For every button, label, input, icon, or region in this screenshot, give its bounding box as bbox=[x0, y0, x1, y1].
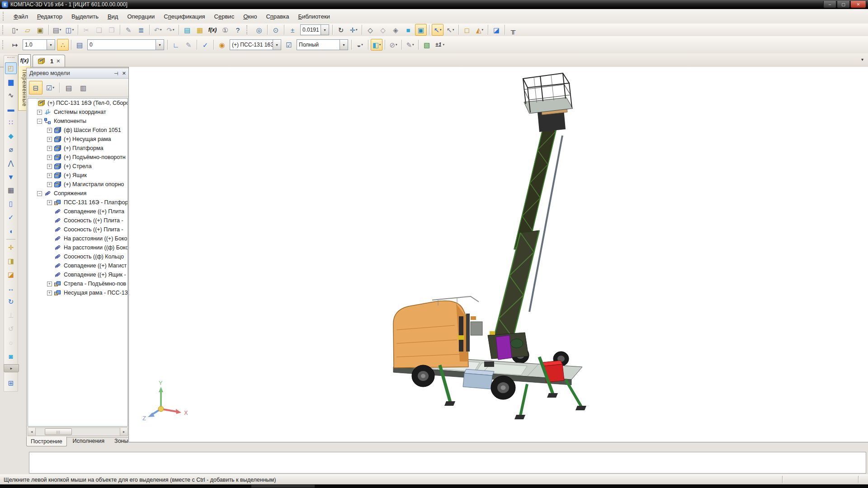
dropdown-arrow-icon[interactable]: ▾ bbox=[453, 28, 454, 32]
tree-item[interactable]: +На расстоянии ((ф) Боко bbox=[28, 243, 127, 252]
dropdown-arrow-icon[interactable]: ▼ bbox=[156, 40, 164, 50]
library-manager-button[interactable]: ▦ bbox=[194, 24, 206, 36]
documentation-button[interactable]: ▯ bbox=[5, 198, 17, 210]
toolbar-expand-button[interactable]: ▸ bbox=[4, 364, 19, 372]
quick-lines-button[interactable]: ✎▾ bbox=[404, 39, 416, 51]
edit-part-button[interactable]: ◰ bbox=[5, 62, 17, 74]
orientation-check-button[interactable]: ✓ bbox=[199, 39, 211, 51]
tree-item[interactable]: −Сопряжения bbox=[28, 189, 127, 198]
array-copies-button[interactable]: ∷ bbox=[5, 117, 17, 128]
tree-structure-view-button[interactable]: ⊟ bbox=[29, 81, 42, 94]
move-component-button[interactable]: ↔ bbox=[5, 282, 17, 294]
sketch-edit-button[interactable]: ✎ bbox=[183, 39, 194, 51]
tree-item[interactable]: +(+) Стрела bbox=[28, 162, 127, 171]
tree-item[interactable]: +Соосность ((+) Плита - bbox=[28, 216, 127, 225]
scroll-right-arrow[interactable]: ▸ bbox=[120, 428, 127, 436]
tree-item[interactable]: +Соосность ((ф) Кольцо bbox=[28, 252, 127, 261]
tree-expander-plus[interactable]: + bbox=[47, 200, 52, 205]
snap-step-button[interactable]: ↦ bbox=[9, 39, 21, 51]
section-display-button[interactable]: ◭▾ bbox=[474, 24, 486, 36]
simplified-display-button[interactable]: ◪ bbox=[491, 24, 502, 36]
tree-item[interactable]: +Совпадение ((+) Магист bbox=[28, 261, 127, 270]
tree-item[interactable]: +На расстоянии ((+) Боко bbox=[28, 234, 127, 243]
variables-window-button[interactable]: ▤ bbox=[181, 24, 193, 36]
dropdown-arrow-icon[interactable]: ▾ bbox=[440, 28, 442, 32]
save-document-button[interactable]: ▣ bbox=[34, 24, 46, 36]
shaded-button[interactable]: ■ bbox=[402, 24, 414, 36]
print-preview-button[interactable]: ◫▾ bbox=[64, 24, 75, 36]
tree-expander-minus[interactable]: − bbox=[37, 119, 42, 124]
tree-item[interactable]: +(ф) Шасси Foton 1051 bbox=[28, 126, 127, 135]
mates-button[interactable]: ⌀ bbox=[5, 144, 17, 155]
specification-button[interactable]: ≣ bbox=[135, 24, 147, 36]
part-library-button[interactable]: ◖ bbox=[5, 225, 17, 237]
tree-expander-plus[interactable]: + bbox=[47, 155, 52, 160]
scroll-left-arrow[interactable]: ◂ bbox=[28, 428, 36, 436]
menu-8[interactable]: Окно bbox=[239, 11, 261, 22]
tree-item[interactable]: +Совпадение ((+) Ящик - bbox=[28, 270, 127, 279]
pan-button[interactable]: ✛▾ bbox=[348, 24, 359, 36]
free-rotate-component-button[interactable]: ↺ bbox=[5, 323, 17, 335]
fix-component-button[interactable]: ⊥ bbox=[5, 310, 17, 321]
new-document-button[interactable]: ▯▾ bbox=[9, 24, 21, 36]
close-panel-icon[interactable]: ✕ bbox=[122, 70, 126, 76]
fx-variables-button[interactable]: f(x) bbox=[207, 24, 218, 36]
menu-6[interactable]: Спецификация bbox=[159, 11, 209, 22]
construction-geometry-button[interactable]: ✛ bbox=[5, 242, 17, 253]
zoom-scale-combo[interactable]: 0.0191▼ bbox=[300, 24, 329, 35]
wireframe-no-hidden-button[interactable]: ◇ bbox=[377, 24, 389, 36]
cut-button[interactable]: ✂ bbox=[80, 24, 92, 36]
zoom-area-button[interactable]: ⊙ bbox=[270, 24, 282, 36]
dropdown-arrow-icon[interactable]: ▾ bbox=[173, 28, 175, 32]
menu-7[interactable]: Сервис bbox=[210, 11, 239, 22]
tree-expander-minus[interactable]: − bbox=[37, 191, 42, 196]
dropdown-arrow-icon[interactable]: ▾ bbox=[396, 43, 397, 47]
spline-curve-button[interactable]: ∿ bbox=[5, 89, 17, 101]
dropdown-arrow-icon[interactable]: ▾ bbox=[72, 28, 74, 32]
filter-objects-button[interactable]: ▼ bbox=[5, 171, 17, 183]
menu-2[interactable]: Редактор bbox=[33, 11, 67, 22]
tab-list-chevron[interactable]: ▾ bbox=[861, 57, 863, 62]
dropdown-arrow-icon[interactable]: ▾ bbox=[60, 28, 61, 32]
tree-item[interactable]: +Соосность ((+) Плита - bbox=[28, 225, 127, 234]
surface-button[interactable]: ◆ bbox=[5, 130, 17, 142]
step-value-combo[interactable]: 1.0▼ bbox=[23, 39, 55, 50]
tree-item[interactable]: +(+) Несущая рама bbox=[28, 135, 127, 144]
tree-item[interactable]: +ПСС-131 16Э - Платфор bbox=[28, 198, 127, 207]
display-mode-button[interactable]: ◧▾ bbox=[371, 39, 382, 51]
dropdown-arrow-icon[interactable]: ▾ bbox=[361, 43, 363, 47]
dropdown-arrow-icon[interactable]: ▾ bbox=[443, 43, 444, 47]
document-tab[interactable]: 1 ✕ bbox=[33, 55, 65, 67]
refresh-image-button[interactable]: ↻ bbox=[335, 24, 347, 36]
dropdown-arrow-icon[interactable]: ▼ bbox=[273, 40, 281, 50]
maximize-button[interactable]: ▢ bbox=[837, 1, 850, 8]
tree-expander-plus[interactable]: + bbox=[47, 137, 52, 142]
open-document-button[interactable]: ▱ bbox=[22, 24, 33, 36]
tree-expander-plus[interactable]: + bbox=[47, 173, 52, 178]
zoom-in-out-button[interactable]: ± bbox=[287, 24, 298, 36]
rotate-component-button[interactable]: ↻ bbox=[5, 296, 17, 308]
extrude-operation-button[interactable]: ▆ bbox=[5, 76, 17, 88]
rounded-contour-button[interactable]: ∟ bbox=[170, 39, 182, 51]
tree-item[interactable]: +(+) ПСС-131 16Э (Тел-0, Сборочн bbox=[28, 99, 127, 108]
copy-button[interactable]: ❏ bbox=[93, 24, 105, 36]
tree-item[interactable]: +Несущая рама - ПСС-13 bbox=[28, 288, 127, 297]
tree-expander-plus[interactable]: + bbox=[47, 164, 52, 169]
wireframe-button[interactable]: ◇ bbox=[364, 24, 376, 36]
dropdown-arrow-icon[interactable]: ▼ bbox=[321, 25, 329, 35]
menu-5[interactable]: Операции bbox=[123, 11, 159, 22]
dropdown-arrow-icon[interactable]: ▼ bbox=[340, 40, 348, 50]
lock-component-button[interactable]: ◙ bbox=[5, 350, 17, 362]
startup-tips-button[interactable]: ① bbox=[219, 24, 231, 36]
dropdown-arrow-icon[interactable]: ▾ bbox=[16, 28, 18, 32]
local-frame-button[interactable]: ◻ bbox=[461, 24, 473, 36]
tree-expander-plus[interactable]: + bbox=[47, 146, 52, 151]
tree-expander-plus[interactable]: + bbox=[47, 182, 52, 187]
current-layer-combo[interactable]: 0▼ bbox=[87, 39, 164, 50]
tab-construction[interactable]: Построение bbox=[26, 436, 67, 446]
print-button[interactable]: ▤▾ bbox=[51, 24, 63, 36]
hidden-parts-button[interactable]: ⊘▾ bbox=[387, 39, 399, 51]
fx-variables-badge[interactable]: f(x) bbox=[18, 54, 31, 67]
insert-component-button[interactable]: ◨ bbox=[5, 255, 17, 267]
tree-report-button[interactable]: ▤ bbox=[62, 81, 75, 94]
